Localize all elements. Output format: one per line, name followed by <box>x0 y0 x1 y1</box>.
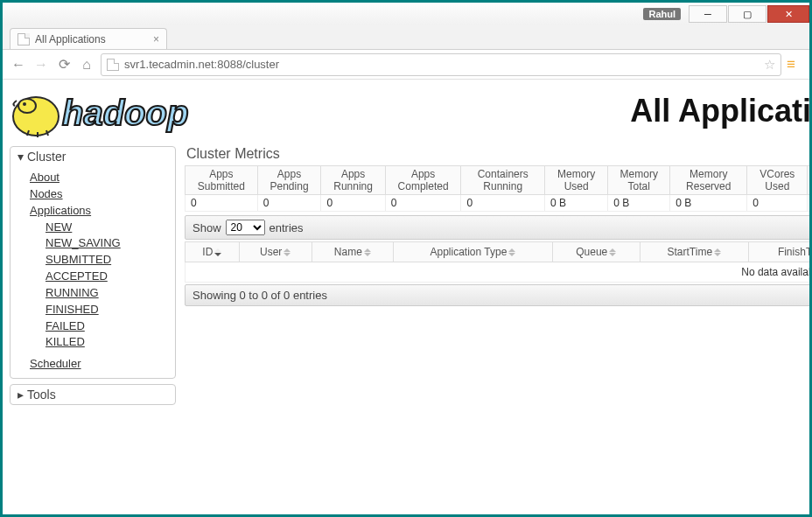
col-name[interactable]: Name <box>312 242 393 262</box>
sort-icon <box>214 248 221 256</box>
menu-icon[interactable]: ≡ <box>787 57 802 72</box>
cluster-metrics-table: Apps Submitted Apps Pending Apps Running… <box>185 165 809 212</box>
sidebar-link-nodes[interactable]: Nodes <box>30 186 172 203</box>
svg-point-2 <box>23 102 26 106</box>
svg-point-1 <box>18 99 36 113</box>
metrics-value: 0 <box>186 195 258 212</box>
url-text: svr1.tecadmin.net:8088/cluster <box>124 58 279 71</box>
tabstrip: All Applications × <box>3 25 809 50</box>
content-area: hadoop All Applications ▾ Cluster About … <box>3 80 809 514</box>
metrics-header: Apps Pending <box>257 166 321 195</box>
main-column: Cluster Metrics Apps Submitted Apps Pend… <box>185 146 809 306</box>
col-finishtime[interactable]: FinishTime <box>748 242 809 262</box>
table-length-control: Show 10 20 50 100 entries <box>185 215 809 240</box>
bookmark-star-icon[interactable]: ☆ <box>764 57 775 73</box>
metrics-value: 0 <box>257 195 321 212</box>
page-title: All Applications <box>630 93 809 129</box>
col-starttime[interactable]: StartTime <box>640 242 748 262</box>
metrics-header: Memory Total <box>608 166 670 195</box>
sort-icon <box>364 248 371 256</box>
maximize-button[interactable]: ▢ <box>728 5 766 23</box>
sidebar-link-state-finished[interactable]: FINISHED <box>46 302 172 318</box>
sidebar-cluster-label: Cluster <box>27 150 66 164</box>
back-button[interactable]: ← <box>10 56 27 73</box>
sidebar-link-state-new[interactable]: NEW <box>46 220 172 236</box>
metrics-value: 0 <box>461 195 545 212</box>
metrics-value: 0 <box>747 195 808 212</box>
sort-icon <box>508 248 515 256</box>
sidebar-head-cluster[interactable]: ▾ Cluster <box>10 147 175 166</box>
table-empty-row: No data available in table <box>186 262 810 283</box>
sidebar-link-state-running[interactable]: RUNNING <box>46 285 172 302</box>
forward-button[interactable]: → <box>32 56 50 73</box>
window-titlebar: Rahul ─ ▢ ✕ <box>3 3 809 25</box>
entries-label: entries <box>270 221 304 234</box>
cluster-metrics-title: Cluster Metrics <box>186 146 809 162</box>
sidebar-link-state-submitted[interactable]: SUBMITTED <box>46 252 172 269</box>
sort-icon <box>609 248 616 256</box>
user-badge: Rahul <box>643 8 681 20</box>
col-queue[interactable]: Queue <box>552 242 640 262</box>
sidebar-link-state-accepted[interactable]: ACCEPTED <box>46 269 172 285</box>
close-button[interactable]: ✕ <box>767 5 809 23</box>
tab-title: All Applications <box>35 33 106 45</box>
content-scroll[interactable]: hadoop All Applications ▾ Cluster About … <box>3 80 809 514</box>
sidebar-link-state-new-saving[interactable]: NEW_SAVING <box>46 235 172 252</box>
metrics-header: Apps Running <box>321 166 385 195</box>
logo-text: hadoop <box>62 94 188 132</box>
sidebar-head-tools[interactable]: ▸ Tools <box>10 385 175 404</box>
hadoop-logo: hadoop <box>10 85 237 137</box>
metrics-header: Containers Running <box>461 166 545 195</box>
metrics-header: VCores Total <box>808 166 809 195</box>
metrics-header: VCores Used <box>747 166 808 195</box>
browser-tab[interactable]: All Applications × <box>10 28 167 49</box>
metrics-header: Apps Completed <box>385 166 461 195</box>
sidebar-link-applications[interactable]: Applications <box>30 203 172 220</box>
sidebar-group-cluster: ▾ Cluster About Nodes Applications NEW N… <box>10 146 176 379</box>
metrics-value: 0 <box>808 195 809 212</box>
url-bar[interactable]: svr1.tecadmin.net:8088/cluster ☆ <box>101 53 781 76</box>
col-apptype[interactable]: Application Type <box>394 242 553 262</box>
metrics-value: 0 <box>385 195 461 212</box>
metrics-value: 0 B <box>670 195 747 212</box>
minimize-button[interactable]: ─ <box>689 5 727 23</box>
page-size-select[interactable]: 10 20 50 100 <box>226 220 265 235</box>
page-icon <box>107 59 119 71</box>
browser-window: Rahul ─ ▢ ✕ All Applications × ← → ⟳ ⌂ s… <box>0 0 812 517</box>
applications-table: ID User Name Application Type Queue Star… <box>185 241 809 283</box>
col-user[interactable]: User <box>239 242 312 262</box>
reload-button[interactable]: ⟳ <box>55 56 73 73</box>
table-info: Showing 0 to 0 of 0 entries <box>185 284 809 306</box>
sidebar-link-about[interactable]: About <box>30 170 172 186</box>
col-id[interactable]: ID <box>186 242 240 262</box>
home-button[interactable]: ⌂ <box>78 56 95 73</box>
metrics-header: Memory Used <box>544 166 607 195</box>
page-icon <box>18 33 30 45</box>
metrics-value: 0 B <box>544 195 607 212</box>
sort-icon <box>714 248 721 256</box>
show-label: Show <box>192 221 221 234</box>
sidebar-link-state-failed[interactable]: FAILED <box>46 318 172 335</box>
sidebar-link-state-killed[interactable]: KILLED <box>46 334 172 351</box>
metrics-header: Apps Submitted <box>186 166 258 195</box>
metrics-value: 0 B <box>608 195 670 212</box>
sidebar: ▾ Cluster About Nodes Applications NEW N… <box>10 146 176 410</box>
sidebar-group-tools: ▸ Tools <box>10 384 176 405</box>
sort-icon <box>284 248 290 256</box>
sidebar-link-scheduler[interactable]: Scheduler <box>30 356 172 373</box>
navbar: ← → ⟳ ⌂ svr1.tecadmin.net:8088/cluster ☆… <box>3 50 809 80</box>
metrics-value: 0 <box>321 195 385 212</box>
sidebar-tools-label: Tools <box>27 388 56 402</box>
metrics-header: Memory Reserved <box>670 166 747 195</box>
tab-close-icon[interactable]: × <box>153 33 159 45</box>
